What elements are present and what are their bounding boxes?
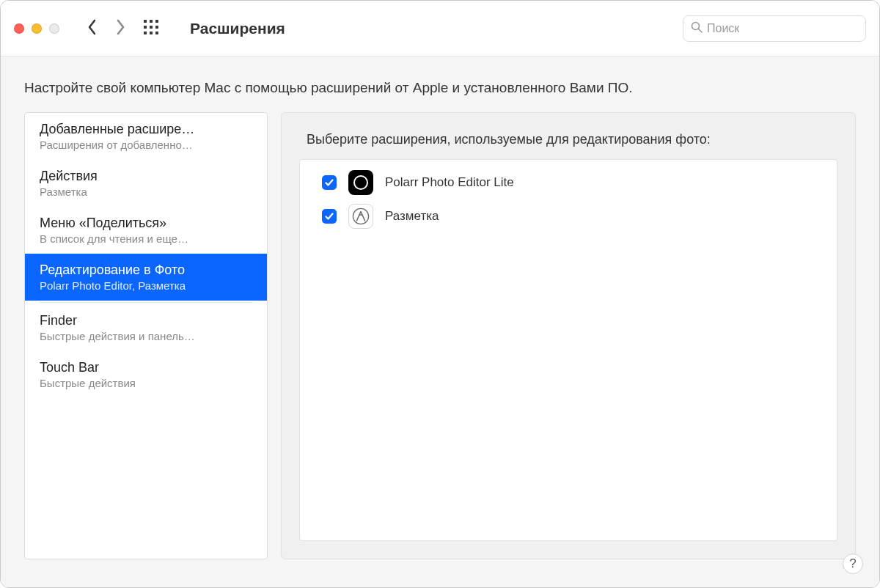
svg-rect-0 <box>144 20 147 23</box>
svg-rect-1 <box>150 20 153 23</box>
detail-pane: Выберите расширения, используемые для ре… <box>281 112 856 559</box>
sidebar-item-label: Finder <box>40 313 252 328</box>
svg-point-11 <box>354 176 367 189</box>
svg-point-12 <box>353 208 368 224</box>
sidebar-item-sublabel: Polarr Photo Editor, Разметка <box>40 279 252 292</box>
minimize-button[interactable] <box>32 23 42 34</box>
search-icon <box>691 21 703 36</box>
sidebar-item-sublabel: В список для чтения и еще… <box>40 232 252 245</box>
sidebar-item-photo-editing[interactable]: Редактирование в Фото Polarr Photo Edito… <box>25 254 267 301</box>
detail-heading: Выберите расширения, используемые для ре… <box>307 132 837 147</box>
forward-button[interactable] <box>115 19 125 38</box>
sidebar-item-touch-bar[interactable]: Touch Bar Быстрые действия <box>25 351 267 398</box>
sidebar-item-label: Меню «Поделиться» <box>40 216 252 231</box>
svg-rect-4 <box>150 26 153 29</box>
checkbox[interactable] <box>322 175 337 190</box>
sidebar-item-label: Редактирование в Фото <box>40 262 252 278</box>
svg-rect-7 <box>150 32 153 34</box>
divider <box>40 302 252 303</box>
search-input[interactable] <box>707 22 858 35</box>
markup-icon <box>348 204 373 229</box>
sidebar-item-added-extensions[interactable]: Добавленные расшире… Расширения от добав… <box>25 113 267 160</box>
preferences-window: Расширения Настройте свой компьютер Mac … <box>0 0 880 588</box>
nav-group <box>87 19 159 38</box>
back-button[interactable] <box>87 19 98 38</box>
svg-rect-8 <box>155 32 158 34</box>
page-title: Расширения <box>190 20 285 37</box>
help-button[interactable]: ? <box>843 554 863 574</box>
search-field[interactable] <box>683 15 866 42</box>
list-item[interactable]: Разметка <box>300 199 837 233</box>
sidebar-item-sublabel: Разметка <box>40 185 252 198</box>
sidebar-item-label: Touch Bar <box>40 360 252 375</box>
sidebar-item-label: Добавленные расшире… <box>40 122 252 137</box>
svg-rect-5 <box>155 26 158 29</box>
close-button[interactable] <box>14 23 24 34</box>
body: Настройте свой компьютер Mac с помощью р… <box>1 56 879 587</box>
list-item-label: Разметка <box>385 209 439 224</box>
checkbox[interactable] <box>322 209 337 224</box>
extensions-list: Polarr Photo Editor Lite <box>299 159 837 541</box>
list-item[interactable]: Polarr Photo Editor Lite <box>300 166 837 199</box>
sidebar: Добавленные расшире… Расширения от добав… <box>24 112 268 559</box>
titlebar: Расширения <box>1 1 879 56</box>
sidebar-item-finder[interactable]: Finder Быстрые действия и панель… <box>25 304 267 351</box>
sidebar-item-sublabel: Быстрые действия и панель… <box>40 330 252 342</box>
intro-text: Настройте свой компьютер Mac с помощью р… <box>1 56 879 112</box>
show-all-button[interactable] <box>143 19 159 38</box>
sidebar-item-sublabel: Расширения от добавленно… <box>40 139 252 151</box>
zoom-button[interactable] <box>49 23 59 34</box>
svg-rect-3 <box>144 26 147 29</box>
sidebar-item-label: Действия <box>40 169 252 184</box>
list-item-label: Polarr Photo Editor Lite <box>385 175 514 190</box>
svg-rect-2 <box>155 20 158 23</box>
panes: Добавленные расшире… Расширения от добав… <box>1 112 879 580</box>
sidebar-item-actions[interactable]: Действия Разметка <box>25 160 267 207</box>
help-label: ? <box>849 556 856 571</box>
sidebar-item-share-menu[interactable]: Меню «Поделиться» В список для чтения и … <box>25 207 267 254</box>
polarr-icon <box>348 170 373 195</box>
window-controls <box>14 23 59 34</box>
sidebar-item-sublabel: Быстрые действия <box>40 377 252 389</box>
svg-line-10 <box>699 29 703 32</box>
svg-rect-6 <box>144 32 147 34</box>
